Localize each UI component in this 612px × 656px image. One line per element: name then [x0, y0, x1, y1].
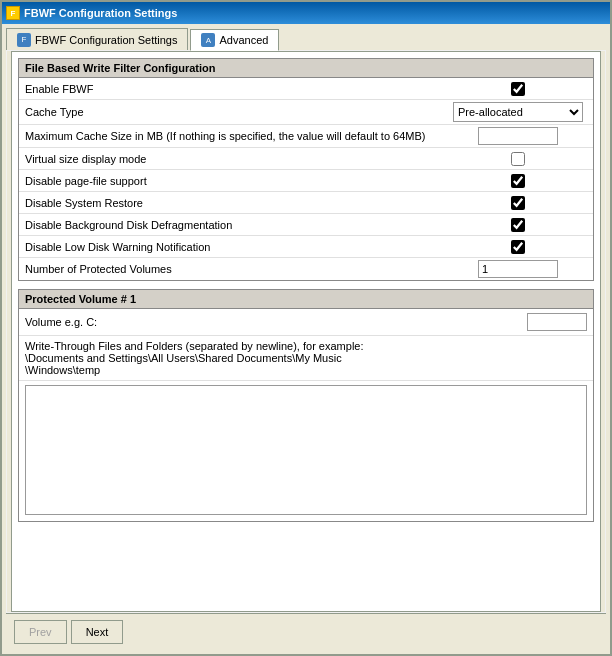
- label-cache-type: Cache Type: [19, 103, 443, 121]
- advanced-tab-icon: A: [201, 33, 215, 47]
- window-icon: F: [6, 6, 20, 20]
- checkbox-disable-restore[interactable]: [511, 196, 525, 210]
- select-cache-type[interactable]: Pre-allocated Dynamic: [453, 102, 583, 122]
- control-num-volumes: [443, 258, 593, 280]
- control-disable-restore: [443, 194, 593, 212]
- control-cache-type: Pre-allocated Dynamic: [443, 100, 593, 124]
- tab-fbwf[interactable]: F FBWF Configuration Settings: [6, 28, 188, 50]
- write-through-line3: \Windows\temp: [25, 364, 100, 376]
- row-disable-lowdisk: Disable Low Disk Warning Notification: [19, 236, 593, 258]
- checkbox-virtual-size[interactable]: [511, 152, 525, 166]
- control-disable-defrag: [443, 216, 593, 234]
- section-title-main: File Based Write Filter Configuration: [19, 59, 593, 78]
- label-virtual-size: Virtual size display mode: [19, 150, 443, 168]
- label-num-volumes: Number of Protected Volumes: [19, 260, 443, 278]
- protected-volume-section: Protected Volume # 1 Volume e.g. C: Writ…: [18, 289, 594, 522]
- checkbox-disable-pagefile[interactable]: [511, 174, 525, 188]
- content-wrapper: File Based Write Filter Configuration En…: [6, 50, 606, 613]
- row-disable-pagefile: Disable page-file support: [19, 170, 593, 192]
- label-disable-pagefile: Disable page-file support: [19, 172, 443, 190]
- control-disable-pagefile: [443, 172, 593, 190]
- write-through-textarea[interactable]: [25, 385, 587, 515]
- window-title: FBWF Configuration Settings: [24, 7, 177, 19]
- section-title-protected: Protected Volume # 1: [19, 290, 593, 309]
- row-cache-type: Cache Type Pre-allocated Dynamic: [19, 100, 593, 125]
- volume-label: Volume e.g. C:: [25, 316, 527, 328]
- write-through-line2: \Documents and Settings\All Users\Shared…: [25, 352, 342, 364]
- row-max-cache-size: Maximum Cache Size in MB (If nothing is …: [19, 125, 593, 148]
- row-num-volumes: Number of Protected Volumes: [19, 258, 593, 280]
- row-virtual-size: Virtual size display mode: [19, 148, 593, 170]
- write-through-line1: Write-Through Files and Folders (separat…: [25, 340, 364, 352]
- row-disable-restore: Disable System Restore: [19, 192, 593, 214]
- tab-advanced[interactable]: A Advanced: [190, 29, 279, 51]
- checkbox-enable-fbwf[interactable]: [511, 82, 525, 96]
- row-disable-defrag: Disable Background Disk Defragmentation: [19, 214, 593, 236]
- label-disable-restore: Disable System Restore: [19, 194, 443, 212]
- title-bar: F FBWF Configuration Settings: [2, 2, 610, 24]
- volume-row: Volume e.g. C:: [19, 309, 593, 336]
- input-volume[interactable]: [527, 313, 587, 331]
- checkbox-disable-defrag[interactable]: [511, 218, 525, 232]
- next-button[interactable]: Next: [71, 620, 124, 644]
- control-max-cache-size: [443, 125, 593, 147]
- label-disable-lowdisk: Disable Low Disk Warning Notification: [19, 238, 443, 256]
- control-enable-fbwf: [443, 80, 593, 98]
- control-disable-lowdisk: [443, 238, 593, 256]
- row-enable-fbwf: Enable FBWF: [19, 78, 593, 100]
- tabs-area: F FBWF Configuration Settings A Advanced: [2, 24, 610, 50]
- bottom-bar: Prev Next: [6, 613, 606, 650]
- textarea-container: [19, 381, 593, 521]
- input-num-volumes[interactable]: [478, 260, 558, 278]
- control-virtual-size: [443, 150, 593, 168]
- fbwf-config-section: File Based Write Filter Configuration En…: [18, 58, 594, 281]
- input-max-cache-size[interactable]: [478, 127, 558, 145]
- prev-button[interactable]: Prev: [14, 620, 67, 644]
- tab-advanced-label: Advanced: [219, 34, 268, 46]
- checkbox-disable-lowdisk[interactable]: [511, 240, 525, 254]
- label-max-cache-size: Maximum Cache Size in MB (If nothing is …: [19, 127, 443, 145]
- fbwf-tab-icon: F: [17, 33, 31, 47]
- content-area: File Based Write Filter Configuration En…: [11, 51, 601, 612]
- main-window: F FBWF Configuration Settings F FBWF Con…: [0, 0, 612, 656]
- label-disable-defrag: Disable Background Disk Defragmentation: [19, 216, 443, 234]
- write-through-description: Write-Through Files and Folders (separat…: [19, 336, 593, 381]
- label-enable-fbwf: Enable FBWF: [19, 80, 443, 98]
- tab-fbwf-label: FBWF Configuration Settings: [35, 34, 177, 46]
